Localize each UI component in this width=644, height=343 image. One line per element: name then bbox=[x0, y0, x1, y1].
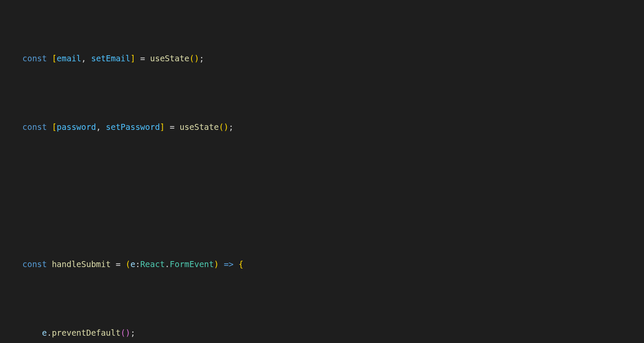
token-function: useState bbox=[150, 51, 190, 65]
token-variable: setEmail bbox=[91, 51, 131, 65]
token-keyword: const bbox=[22, 51, 47, 65]
token-bracket: ] bbox=[131, 51, 135, 65]
token-space bbox=[47, 51, 52, 65]
code-line[interactable] bbox=[0, 189, 644, 202]
code-editor[interactable]: const [email, setEmail] = useState(); co… bbox=[0, 0, 644, 343]
code-line[interactable]: const [email, setEmail] = useState(); bbox=[0, 51, 644, 65]
token-variable: email bbox=[57, 51, 81, 65]
code-line[interactable]: e.preventDefault(); bbox=[0, 326, 644, 340]
token-bracket: [ bbox=[52, 51, 57, 65]
code-line[interactable]: const handleSubmit = (e:React.FormEvent)… bbox=[0, 257, 644, 271]
code-line[interactable]: const [password, setPassword] = useState… bbox=[0, 120, 644, 134]
